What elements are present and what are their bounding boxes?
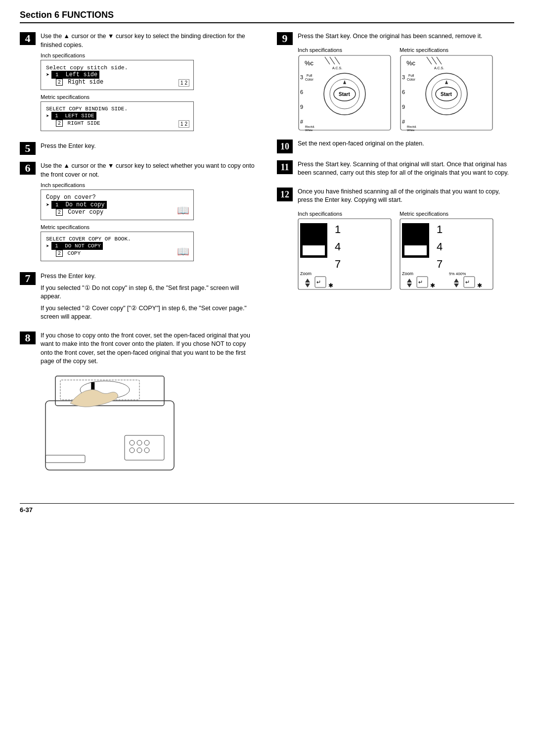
svg-text:Color: Color [305,78,313,81]
svg-text:6: 6 [402,89,405,95]
step-4-content: Use the ▲ cursor or the ▼ cursor key to … [41,32,257,135]
step-11: 11 Press the Start key. Scanning of that… [277,160,514,181]
svg-text:Black&: Black& [407,125,416,128]
step-9: 9 Press the Start key. Once the original… [277,32,514,133]
cover-inch-line2: ➤ 1 Do not copy [46,201,188,209]
inch-arrow: ➤ [46,71,49,79]
cover-metric-line3: 2 COPY [56,250,188,257]
svg-text:A.C.S.: A.C.S. [332,66,342,70]
step-5-number: 5 [20,142,36,155]
copier-illustration: L [41,371,257,481]
svg-text:1: 1 [335,223,341,236]
step-10-number: 10 [277,140,293,153]
cover-inch-arrow: ➤ [46,201,49,209]
step-7: 7 Press the Enter key. If you selected "… [20,272,257,325]
inch-screen-line3: 2 Right side [56,79,188,86]
step-6-metric-label: Metric specifications [41,224,257,230]
svg-point-11 [144,448,149,453]
svg-text:#: # [300,119,304,125]
svg-text:Zoom: Zoom [402,271,413,276]
svg-text:5% 400%: 5% 400% [449,272,466,276]
cover-metric-line1: SELECT COVER COPY OF BOOK. [46,236,188,242]
svg-text:Full: Full [307,74,312,77]
step-12-inch-group: Inch specifications 1 4 7 [298,208,392,291]
svg-point-8 [144,440,149,445]
step-11-number: 11 [277,160,293,174]
svg-text:#: # [402,119,405,125]
step-9-content: Press the Start key. Once the original h… [298,32,514,133]
step-9-panels: Inch specifications %c 3 [298,44,514,133]
screen-12-indicator: 1 2 [178,79,189,87]
metric-selected: 1 LEFT SIDE [51,112,96,120]
svg-line-15 [325,57,330,64]
svg-text:4: 4 [437,240,443,253]
svg-text:Black&: Black& [305,125,314,128]
svg-text:9: 9 [300,104,303,110]
svg-text:4: 4 [335,240,341,253]
metric-arrow: ➤ [46,113,49,119]
mnum2: 2 [56,120,63,127]
num2: 2 [56,79,63,86]
step-12-text: Once you have finished scanning all of t… [298,188,514,205]
step-8-number: 8 [20,331,36,344]
metric-screen-line1: SELECT COPY BINDING SIDE. [46,106,188,112]
svg-line-36 [437,57,442,64]
cover-metric-arrow: ➤ [46,243,49,249]
cover-inch-line3: 2 Cover copy [56,209,188,216]
left-column: 4 Use the ▲ cursor or the ▼ cursor key t… [20,32,257,488]
svg-text:White: White [305,129,313,131]
svg-marker-59 [305,284,310,287]
section-title: Section 6 FUNCTIONS [20,10,514,20]
copier-svg: L [41,371,179,480]
book-icon: 📖 [177,204,189,217]
step-12-metric-label: Metric specifications [400,211,493,217]
svg-text:↵: ↵ [316,279,321,285]
svg-text:✱: ✱ [477,282,482,289]
step-8: 8 If you chose to copy onto the front co… [20,331,257,481]
inch-screen-line1: Select copy stitch side. [46,64,188,71]
step-4-inch-label: Inch specifications [41,52,257,58]
book-icon-2: 📖 [177,245,189,258]
cmnum2: 2 [56,250,63,257]
step-12: 12 Once you have finished scanning all o… [277,188,514,291]
step-8-content: If you chose to copy onto the front cove… [41,331,257,481]
svg-marker-77 [454,284,459,287]
step-6-number: 6 [20,162,36,175]
svg-text:✱: ✱ [430,282,435,289]
step-10: 10 Set the next open-faced original on t… [277,140,514,153]
svg-rect-5 [125,435,164,460]
step-10-text: Set the next open-faced original on the … [298,140,514,148]
step-12-inch-label: Inch specifications [298,211,392,217]
zoom-panel-inch: 1 4 7 Zoom ↵ ✱ [298,218,392,290]
zoom-panel-metric: 1 4 7 Zoom 5% 400% ↵ [400,218,493,290]
mnum1: 1 [53,112,60,119]
metric-12-indicator: 1 2 [178,120,189,128]
svg-marker-58 [305,279,310,283]
svg-text:↵: ↵ [465,279,470,285]
svg-marker-29 [343,80,346,84]
cnum2: 2 [56,209,63,216]
svg-point-7 [137,440,142,445]
page-number-text: 6-37 [20,506,33,514]
svg-text:6: 6 [300,89,303,95]
inch-screen-line2: ➤ 1 Left side [46,71,188,79]
step-4-metric-screen: SELECT COPY BINDING SIDE. ➤ 1 LEFT SIDE … [41,101,194,131]
svg-text:Start: Start [441,92,452,97]
cnum1: 1 [53,201,60,208]
step-8-text: If you chose to copy onto the front cove… [41,331,257,366]
svg-line-17 [335,57,340,64]
svg-text:1: 1 [437,223,443,236]
step-12-metric-group: Metric specifications 1 4 7 [400,208,493,291]
cmnum1: 1 [53,242,60,249]
num1: 1 [53,71,60,78]
step-12-number: 12 [277,188,293,201]
step-6-metric-screen: SELECT COVER COPY OF BOOK. ➤ 1 DO NOT CO… [41,232,194,261]
step-7-sub2: If you selected "② Cover copy" ["② COPY"… [41,304,257,322]
svg-point-9 [130,448,134,453]
start-panel-inch: %c 3 6 9 # [298,54,392,131]
svg-text:Color: Color [407,78,415,81]
step-5: 5 Press the Enter key. [20,142,257,155]
step-7-sub1: If you selected "① Do not copy" in step … [41,284,257,301]
svg-line-16 [330,57,335,64]
step-9-inch-label: Inch specifications [298,47,392,53]
